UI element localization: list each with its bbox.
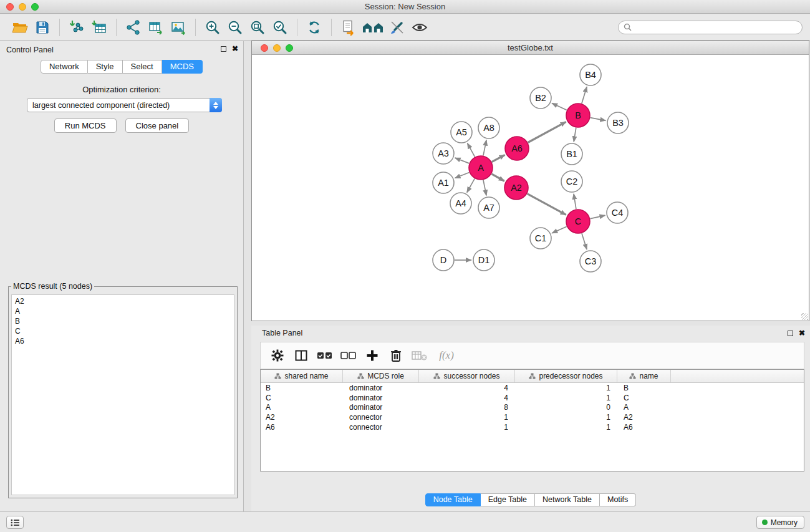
graph-node[interactable]: C [566, 210, 590, 233]
table-cell[interactable]: A2 [617, 412, 671, 422]
zoom-selected-button[interactable] [269, 17, 291, 38]
result-item[interactable]: A [15, 306, 234, 316]
close-network-window-button[interactable] [261, 44, 268, 52]
column-header[interactable]: name [617, 370, 671, 382]
resize-grip[interactable] [801, 313, 808, 320]
graph-node[interactable]: A5 [451, 122, 472, 143]
zoom-fit-button[interactable] [246, 17, 269, 38]
graph-node[interactable]: A7 [478, 197, 499, 218]
minimize-window-button[interactable] [19, 3, 26, 11]
graph-node[interactable]: D [433, 249, 454, 271]
table-cell[interactable]: dominator [343, 393, 419, 403]
result-item[interactable]: B [15, 316, 234, 326]
graph-edge[interactable] [552, 103, 567, 110]
mcds-result-list[interactable]: A2ABCA6 [11, 294, 234, 495]
graph-node[interactable]: C1 [530, 228, 551, 249]
tab-node-table[interactable]: Node Table [425, 493, 481, 506]
table-cell[interactable]: connector [343, 412, 419, 422]
dropdown-stepper[interactable] [210, 98, 222, 112]
table-row[interactable]: Bdominator41B [261, 383, 804, 393]
save-session-button[interactable] [31, 17, 54, 38]
close-panel-button[interactable]: Close panel [125, 118, 190, 133]
zoom-out-button[interactable] [224, 17, 246, 38]
graph-node[interactable]: A8 [478, 117, 499, 138]
column-header[interactable]: MCDS role [343, 370, 419, 382]
table-row[interactable]: Adominator80A [261, 403, 804, 413]
close-panel-icon[interactable]: ✖ [232, 45, 238, 52]
graph-node[interactable]: A [469, 156, 493, 180]
graph-edge[interactable] [483, 180, 486, 196]
delete-column-button[interactable] [385, 346, 407, 365]
table-cell[interactable]: 1 [515, 422, 617, 432]
zoom-window-button[interactable] [31, 3, 39, 11]
table-row[interactable]: Cdominator41C [261, 393, 804, 403]
column-header[interactable]: predecessor nodes [515, 370, 617, 382]
graph-edge[interactable] [552, 226, 567, 233]
table-cell[interactable]: 1 [419, 412, 515, 422]
search-box[interactable] [618, 21, 803, 34]
graph-edge[interactable] [591, 215, 605, 218]
table-cell[interactable]: 4 [419, 393, 515, 403]
criterion-dropdown[interactable]: largest connected component (directed) [27, 98, 222, 112]
graph-node[interactable]: B3 [607, 112, 629, 133]
graph-node[interactable]: B [566, 104, 590, 127]
network-canvas[interactable]: B4B2BB3A5A8A6B1A3AA1C2A2A4A7C4CC1C3DD1 [252, 55, 809, 321]
graph-node[interactable]: A6 [505, 137, 529, 160]
table-cell[interactable]: connector [343, 422, 419, 432]
import-network-file-button[interactable] [65, 17, 88, 38]
graph-edge[interactable] [491, 174, 504, 181]
graph-node[interactable]: D1 [473, 249, 494, 271]
style-brush-button[interactable] [386, 17, 408, 38]
graph-node[interactable]: B1 [561, 143, 582, 165]
node-table[interactable]: shared nameMCDS rolesuccessor nodesprede… [260, 369, 804, 472]
table-cell[interactable]: A6 [261, 422, 343, 432]
table-cell[interactable]: A6 [617, 422, 671, 432]
minimize-network-window-button[interactable] [273, 44, 281, 52]
table-cell[interactable]: 1 [515, 383, 617, 393]
export-table-button[interactable] [145, 17, 167, 38]
graph-edge[interactable] [582, 87, 587, 104]
zoom-network-window-button[interactable] [286, 44, 293, 52]
tab-network-table[interactable]: Network Table [535, 493, 600, 506]
network-window-titlebar[interactable]: testGlobe.txt [252, 41, 809, 55]
network-graph[interactable]: B4B2BB3A5A8A6B1A3AA1C2A2A4A7C4CC1C3DD1 [252, 55, 809, 321]
table-cell[interactable]: A2 [261, 412, 343, 422]
table-cell[interactable]: dominator [343, 383, 419, 393]
table-cell[interactable]: A [617, 403, 671, 413]
panel-menu-button[interactable] [6, 516, 24, 529]
tab-mcds[interactable]: MCDS [162, 60, 203, 74]
column-header[interactable]: successor nodes [419, 370, 515, 382]
graph-node[interactable]: B4 [580, 64, 601, 85]
table-cell[interactable]: C [261, 393, 343, 403]
graph-node[interactable]: A1 [433, 172, 454, 193]
table-cell[interactable]: 1 [515, 393, 617, 403]
float-panel-icon[interactable] [221, 46, 226, 52]
table-cell[interactable]: 1 [419, 422, 515, 432]
graph-edge[interactable] [483, 140, 486, 156]
deselect-all-button[interactable] [338, 346, 359, 365]
graph-edge[interactable] [582, 233, 587, 249]
graph-edge[interactable] [574, 128, 576, 142]
graph-edge[interactable] [528, 194, 566, 215]
table-cell[interactable]: dominator [343, 403, 419, 413]
zoom-in-button[interactable] [201, 17, 224, 38]
show-hide-button[interactable] [408, 17, 431, 38]
table-cell[interactable]: B [617, 383, 671, 393]
result-item[interactable]: C [15, 326, 234, 336]
table-cell[interactable]: 1 [515, 412, 617, 422]
result-item[interactable]: A2 [15, 296, 234, 306]
graph-node[interactable]: C4 [607, 202, 628, 223]
graph-edge[interactable] [492, 155, 505, 162]
result-item[interactable]: A6 [15, 336, 234, 346]
table-cell[interactable]: A [261, 403, 343, 413]
graph-edge[interactable] [455, 158, 470, 163]
home-networks-button[interactable] [360, 17, 386, 38]
graph-node[interactable]: C3 [580, 251, 601, 272]
column-header[interactable]: shared name [261, 370, 343, 382]
import-table-file-button[interactable] [88, 17, 110, 38]
show-columns-button[interactable] [291, 346, 312, 365]
table-row[interactable]: A2connector11A2 [261, 412, 804, 422]
export-network-button[interactable] [122, 17, 145, 38]
close-window-button[interactable] [6, 3, 14, 11]
export-image-button[interactable] [167, 17, 190, 38]
